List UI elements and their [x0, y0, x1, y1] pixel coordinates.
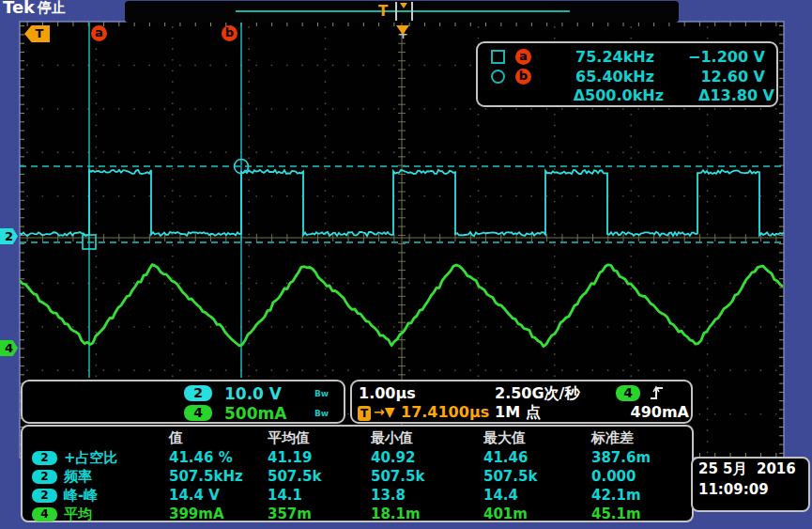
header-mean: 平均值	[268, 429, 371, 447]
cursor-readout-box: a 75.24kHz −1.200 V b 65.40kHz 12.60 V Δ…	[476, 41, 778, 107]
header-max: 最大值	[483, 429, 591, 447]
row-channel-badge: 2	[32, 451, 57, 465]
cursor-delta-level: Δ13.80 V	[664, 86, 774, 104]
trigger-delay[interactable]: 17.4100μs	[401, 403, 489, 421]
cursor-b-circle-icon	[491, 70, 505, 84]
measurement-header-row: 值 平均值 最小值 最大值 标准差	[26, 428, 690, 447]
row-channel-badge: 2	[32, 470, 57, 484]
oscilloscope-screen: { "header": { "brand": "Tek", "status": …	[0, 0, 812, 529]
cursor-a-level: −1.200 V	[654, 48, 765, 66]
record-view-bar[interactable]: T	[125, 1, 679, 23]
measurement-row-freq: 2 频率 507.5kHz 507.5k 507.5k 507.5k 0.000	[26, 467, 690, 486]
delay-arrow-icon: →▼	[374, 404, 395, 419]
cursor-b-badge-small: b	[515, 69, 531, 85]
measurement-name: 频率	[64, 468, 169, 486]
cursor-a-square-icon	[491, 50, 505, 64]
acquisition-status: 停止	[38, 0, 66, 17]
measurement-name: +占空比	[64, 449, 169, 467]
cursor-a-freq: 75.24kHz	[544, 48, 654, 66]
horizontal-trigger-box: 1.00μs 2.50G次/秒 4 T →▼ 17.4100μs 1M 点 49…	[350, 380, 693, 424]
cursor-a-badge[interactable]: a	[91, 25, 107, 41]
expansion-point-marker-icon[interactable]	[396, 25, 409, 35]
channel-scale-box: 2 10.0 V Bw 4 500mA Bw	[21, 380, 345, 424]
cursor-a-badge-small: a	[515, 49, 531, 65]
ch4-bandwidth-icon: Bw	[314, 409, 329, 418]
datetime-box: 25 5月 2016 11:09:09	[691, 457, 810, 512]
cursor-b-badge[interactable]: b	[222, 25, 237, 41]
sample-rate: 2.50G次/秒	[495, 384, 579, 404]
date-label: 25 5月 2016	[698, 460, 796, 478]
tek-logo: Tek	[3, 0, 35, 17]
rising-edge-icon	[649, 384, 666, 401]
ch2-bandwidth-icon: Bw	[314, 389, 329, 398]
ch2-scale[interactable]: 10.0 V	[224, 384, 282, 403]
record-length: 1M 点	[495, 403, 541, 423]
measurement-name: 峰-峰	[64, 487, 169, 505]
row-channel-badge: 4	[32, 507, 57, 521]
measurement-row-duty: 2 +占空比 41.46 % 41.19 40.92 41.46 387.6m	[26, 448, 690, 467]
measurement-table: 值 平均值 最小值 最大值 标准差 2 +占空比 41.46 % 41.19 4…	[21, 425, 694, 522]
header-value: 值	[169, 429, 268, 447]
cursor-b-freq: 65.40kHz	[544, 68, 654, 86]
cursor-b-level: 12.60 V	[654, 68, 765, 86]
ch4-badge[interactable]: 4	[184, 405, 212, 421]
record-trigger-marker: T	[378, 3, 388, 20]
header-stddev: 标准差	[591, 429, 690, 447]
row-channel-badge: 2	[32, 489, 57, 503]
measurement-row-mean: 4 平均 399mA 357m 18.1m 401m 45.1m	[26, 505, 690, 523]
measurement-name: 平均	[64, 506, 169, 523]
trigger-position-icon: T	[358, 406, 371, 421]
trigger-source-badge[interactable]: 4	[616, 385, 640, 401]
measurement-row-pkpk: 2 峰-峰 14.4 V 14.1 13.8 14.4 42.1m	[26, 486, 690, 505]
header-min: 最小值	[371, 429, 483, 447]
time-label: 11:09:09	[698, 481, 769, 498]
cursor-delta-freq: Δ500.0kHz	[553, 86, 664, 104]
time-scale[interactable]: 1.00μs	[359, 384, 416, 402]
ch2-badge[interactable]: 2	[184, 385, 212, 401]
expansion-bracket-icon[interactable]	[395, 2, 413, 21]
ch4-scale[interactable]: 500mA	[224, 404, 286, 423]
trigger-level[interactable]: 490mA	[618, 403, 689, 421]
